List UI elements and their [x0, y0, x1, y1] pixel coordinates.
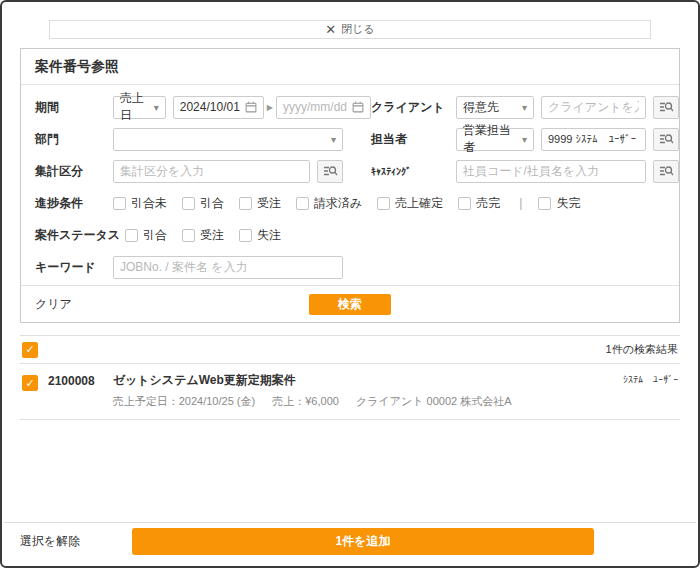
- search-form: 期間 売上日 ▾ 2024/10/01 ▶: [21, 85, 679, 285]
- aggregation-input[interactable]: [113, 160, 310, 183]
- deselect-button[interactable]: 選択を解除: [20, 533, 116, 550]
- search-button[interactable]: 検索: [309, 294, 391, 315]
- checkbox-label: 失注: [257, 227, 281, 244]
- department-select[interactable]: ▾: [113, 128, 343, 151]
- checkbox-label: 引合: [200, 195, 224, 212]
- search-icon: [323, 165, 338, 177]
- checkbox-label: 受注: [200, 227, 224, 244]
- client-type-select[interactable]: 得意先 ▾: [456, 96, 534, 119]
- search-icon: [659, 101, 674, 113]
- search-panel: 案件番号参照 期間 売上日 ▾ 2024/10/01: [20, 48, 680, 323]
- chevron-down-icon: ▾: [516, 134, 527, 145]
- date-from-field[interactable]: 2024/10/01: [173, 96, 264, 119]
- result-client: クライアント 00002 株式会社A: [356, 395, 512, 407]
- checkbox-label: 引合: [143, 227, 167, 244]
- bottom-bar: 選択を解除 1件を追加: [4, 522, 696, 564]
- aggregation-label: 集計区分: [35, 163, 113, 180]
- manager-label: 担当者: [371, 131, 456, 148]
- manager-search-button[interactable]: [653, 128, 679, 151]
- chevron-down-icon: ▾: [148, 102, 159, 113]
- checkbox-label: 引合未: [131, 195, 167, 212]
- calendar-icon: [352, 101, 364, 113]
- progress-label: 進捗条件: [35, 195, 113, 212]
- arrow-right-icon: ▶: [267, 103, 273, 112]
- result-title: ゼットシステムWeb更新定期案件: [113, 372, 526, 389]
- status-label: 案件ステータス: [35, 227, 125, 244]
- add-button[interactable]: 1件を追加: [132, 528, 594, 555]
- close-button[interactable]: ✕ 閉じる: [49, 20, 651, 39]
- checkbox-icon: [458, 197, 471, 210]
- checkbox-label: 失完: [556, 195, 580, 212]
- date-to-field[interactable]: yyyy/mm/dd: [276, 96, 371, 119]
- calendar-icon: [245, 101, 257, 113]
- client-label: クライアント: [371, 99, 456, 116]
- checkbox-icon: [538, 197, 551, 210]
- status-checkbox-hikiai[interactable]: 引合: [125, 227, 167, 244]
- result-count: 1件の検索結果: [606, 342, 678, 357]
- results-section: ✓ 1件の検索結果 ✓ 2100008 ゼットシステムWeb更新定期案件 売上予…: [20, 335, 680, 420]
- progress-checkbox-hikiai[interactable]: 引合: [182, 195, 224, 212]
- result-checkbox[interactable]: ✓: [22, 375, 38, 391]
- keyword-input[interactable]: [113, 256, 343, 279]
- result-job-no: 2100008: [48, 374, 95, 388]
- dialog-frame: ✕ 閉じる 案件番号参照 期間 売上日 ▾ 2024/10/01: [0, 0, 700, 568]
- client-type-value: 得意先: [463, 99, 499, 116]
- close-label: 閉じる: [341, 22, 375, 37]
- period-label: 期間: [35, 99, 113, 116]
- checkbox-label: 請求済み: [314, 195, 362, 212]
- result-row[interactable]: ✓ 2100008 ゼットシステムWeb更新定期案件 売上予定日：2024/10…: [20, 364, 680, 420]
- result-sales: 売上：¥6,000: [272, 395, 339, 407]
- clear-button[interactable]: クリア: [35, 296, 72, 313]
- checkbox-icon: [239, 197, 252, 210]
- panel-title: 案件番号参照: [21, 49, 679, 85]
- aggregation-search-button[interactable]: [317, 160, 343, 183]
- date-to-placeholder: yyyy/mm/dd: [283, 100, 347, 114]
- select-all-row: ✓ 1件の検索結果: [20, 335, 680, 364]
- department-label: 部門: [35, 131, 113, 148]
- date-from-value: 2024/10/01: [180, 100, 240, 114]
- checkbox-icon: [182, 197, 195, 210]
- result-main: ゼットシステムWeb更新定期案件 売上予定日：2024/10/25 (金) 売上…: [113, 372, 526, 409]
- progress-checkbox-uriage-kakutei[interactable]: 売上確定: [377, 195, 443, 212]
- select-all-checkbox[interactable]: ✓: [22, 342, 38, 358]
- manager-type-value: 営業担当者: [463, 122, 516, 156]
- casting-input[interactable]: [456, 160, 646, 183]
- status-checkbox-shitchu[interactable]: 失注: [239, 227, 281, 244]
- period-type-value: 売上日: [120, 90, 148, 124]
- result-owner: ｼｽﾃﾑ ﾕｰｻﾞｰ: [623, 372, 678, 385]
- close-icon: ✕: [325, 23, 336, 36]
- status-checkbox-juchu[interactable]: 受注: [182, 227, 224, 244]
- chevron-down-icon: ▾: [325, 134, 336, 145]
- result-details: 売上予定日：2024/10/25 (金) 売上：¥6,000 クライアント 00…: [113, 394, 526, 409]
- progress-checkbox-seikyu-zumi[interactable]: 請求済み: [296, 195, 362, 212]
- divider: |: [519, 196, 522, 210]
- checkbox-label: 受注: [257, 195, 281, 212]
- keyword-label: キーワード: [35, 259, 113, 276]
- client-search-button[interactable]: [653, 96, 679, 119]
- progress-checkbox-hikiai-mi[interactable]: 引合未: [113, 195, 167, 212]
- checkbox-icon: [239, 229, 252, 242]
- chevron-down-icon: ▾: [516, 102, 527, 113]
- manager-type-select[interactable]: 営業担当者 ▾: [456, 128, 534, 151]
- search-icon: [659, 165, 674, 177]
- checkbox-label: 売上確定: [395, 195, 443, 212]
- manager-input[interactable]: [541, 128, 646, 151]
- progress-checkbox-shikkan[interactable]: 失完: [538, 195, 580, 212]
- result-planned-date: 売上予定日：2024/10/25 (金): [113, 395, 255, 407]
- checkbox-icon: [377, 197, 390, 210]
- search-icon: [659, 133, 674, 145]
- checkbox-icon: [113, 197, 126, 210]
- checkbox-icon: [296, 197, 309, 210]
- panel-footer: クリア 検索: [21, 285, 679, 322]
- casting-search-button[interactable]: [653, 160, 679, 183]
- checkbox-icon: [182, 229, 195, 242]
- client-input[interactable]: [541, 96, 646, 119]
- checkbox-icon: [125, 229, 138, 242]
- period-type-select[interactable]: 売上日 ▾: [113, 96, 166, 119]
- checkbox-label: 売完: [476, 195, 500, 212]
- progress-checkbox-baikan[interactable]: 売完: [458, 195, 500, 212]
- casting-label: ｷｬｽﾃｨﾝｸﾞ: [371, 166, 456, 177]
- progress-checkbox-juchu[interactable]: 受注: [239, 195, 281, 212]
